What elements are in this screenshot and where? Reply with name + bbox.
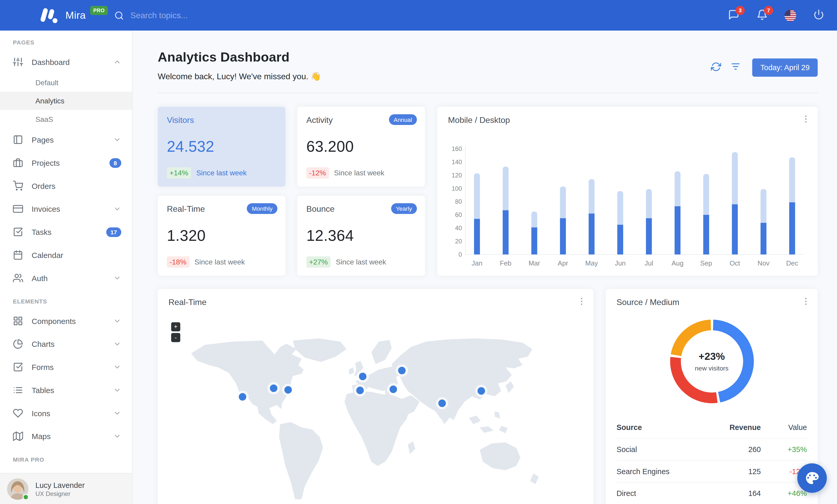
stat-delta-badge: -18% bbox=[167, 257, 189, 267]
map-icon bbox=[13, 431, 23, 442]
filter-button[interactable] bbox=[730, 61, 741, 73]
chevron-down-icon bbox=[113, 205, 121, 213]
source-name: Social bbox=[617, 445, 707, 453]
map-marker[interactable] bbox=[387, 383, 399, 395]
chevron-down-icon bbox=[113, 317, 121, 325]
sidebar-item-maps[interactable]: Maps bbox=[0, 425, 132, 448]
stat-footer: -12% Since last week bbox=[306, 167, 385, 179]
map-menu-button[interactable] bbox=[576, 296, 587, 307]
map-marker[interactable] bbox=[267, 382, 280, 394]
sidebar-item-icons[interactable]: Icons bbox=[0, 402, 132, 425]
svg-text:Feb: Feb bbox=[500, 260, 511, 267]
source-menu-button[interactable] bbox=[801, 296, 811, 307]
source-table-row-direct: Direct 164 +46% bbox=[617, 482, 807, 504]
map-marker[interactable] bbox=[354, 384, 366, 396]
sidebar-item-label: Orders bbox=[32, 182, 121, 190]
map-marker[interactable] bbox=[282, 384, 294, 396]
theme-settings-fab[interactable] bbox=[797, 463, 827, 493]
stat-caption: Since last week bbox=[336, 258, 386, 266]
donut-center-label: +23% new visitors bbox=[668, 318, 755, 405]
chevron-up-icon bbox=[113, 58, 121, 66]
sidebar-item-label: Auth bbox=[32, 274, 113, 282]
stat-caption: Since last week bbox=[194, 258, 245, 266]
stat-card-activity: Activity Annual 63.200 -12% Since last w… bbox=[297, 107, 425, 187]
sidebar-item-projects[interactable]: Projects8 bbox=[0, 151, 132, 174]
sidebar-item-invoices[interactable]: Invoices bbox=[0, 198, 132, 221]
svg-text:Jul: Jul bbox=[645, 260, 653, 267]
sidebar-item-label: Tables bbox=[32, 386, 113, 394]
refresh-button[interactable] bbox=[711, 61, 721, 73]
date-range-button[interactable]: Today: April 29 bbox=[752, 58, 818, 76]
chevron-down-icon bbox=[113, 363, 121, 371]
sidebar-subitem-default[interactable]: Default bbox=[0, 74, 132, 92]
sidebar-section-mira-pro: MIRA PRO bbox=[0, 448, 132, 468]
stats-grid: Visitors 24.532 +14% Since last week Act… bbox=[158, 107, 425, 276]
source-value: +46% bbox=[761, 489, 807, 498]
logout-button[interactable] bbox=[808, 5, 830, 26]
map-marker[interactable] bbox=[475, 385, 487, 397]
svg-text:Sep: Sep bbox=[700, 260, 712, 267]
chevron-down-icon bbox=[113, 274, 121, 282]
users-icon bbox=[13, 273, 23, 283]
top-navbar: Mira PRO 3 7 bbox=[0, 0, 837, 31]
grid-icon bbox=[13, 316, 23, 326]
map-zoom-in-button[interactable]: + bbox=[171, 322, 180, 332]
svg-text:160: 160 bbox=[452, 146, 462, 152]
sidebar-item-charts[interactable]: Charts bbox=[0, 333, 132, 356]
svg-text:120: 120 bbox=[452, 172, 462, 179]
search-input[interactable] bbox=[130, 11, 254, 20]
notifications-button[interactable]: 7 bbox=[751, 5, 773, 26]
source-medium-card: Source / Medium +23% new visitors Source… bbox=[606, 289, 818, 504]
sidebar-item-components[interactable]: Components bbox=[0, 310, 132, 333]
stat-value: 12.364 bbox=[306, 227, 354, 244]
map-marker[interactable] bbox=[436, 397, 448, 409]
navbar-actions: 3 7 bbox=[723, 0, 830, 31]
stat-title: Visitors bbox=[167, 115, 276, 125]
sidebar-item-tasks[interactable]: Tasks17 bbox=[0, 220, 132, 243]
source-table-row-social: Social 260 +35% bbox=[617, 438, 807, 460]
source-card-title: Source / Medium bbox=[617, 298, 807, 307]
stat-caption: Since last week bbox=[334, 169, 385, 177]
sidebar-nav: PAGES Dashboard DefaultAnalyticsSaaS Pag… bbox=[0, 31, 132, 468]
pie-chart-icon bbox=[13, 339, 23, 349]
brand[interactable]: Mira PRO bbox=[35, 0, 108, 31]
sidebar-item-forms[interactable]: Forms bbox=[0, 355, 132, 378]
sidebar-item-pages[interactable]: Pages bbox=[0, 128, 132, 151]
svg-text:40: 40 bbox=[455, 225, 462, 231]
map-card-title: Real-Time bbox=[168, 298, 583, 307]
avatar bbox=[7, 478, 29, 500]
sidebar-item-dashboard[interactable]: Dashboard bbox=[0, 50, 132, 74]
stat-period-badge[interactable]: Yearly bbox=[391, 203, 417, 214]
sidebar-item-tables[interactable]: Tables bbox=[0, 378, 132, 402]
map-continents bbox=[191, 338, 539, 499]
svg-text:80: 80 bbox=[455, 198, 462, 205]
source-name: Search Engines bbox=[617, 467, 707, 476]
map-marker[interactable] bbox=[236, 391, 249, 403]
sidebar-section-elements: ELEMENTS bbox=[0, 290, 132, 310]
map-zoom-out-button[interactable]: - bbox=[171, 333, 180, 342]
chart-menu-button[interactable] bbox=[801, 114, 811, 125]
mobile-desktop-card: Mobile / Desktop 020406080100120140160Ja… bbox=[437, 107, 818, 276]
sidebar-item-label: Forms bbox=[32, 363, 113, 371]
source-name: Direct bbox=[617, 489, 707, 498]
map-marker[interactable] bbox=[357, 370, 369, 382]
map-marker[interactable] bbox=[396, 365, 408, 377]
stat-period-badge[interactable]: Annual bbox=[389, 114, 417, 125]
svg-text:20: 20 bbox=[455, 238, 462, 245]
svg-text:Jun: Jun bbox=[615, 260, 626, 267]
sidebar-item-calendar[interactable]: Calendar bbox=[0, 243, 132, 266]
palette-icon bbox=[805, 471, 819, 485]
stat-period-badge[interactable]: Monthly bbox=[247, 203, 277, 214]
language-selector[interactable] bbox=[780, 5, 801, 26]
messages-button[interactable]: 3 bbox=[723, 5, 744, 26]
sidebar-item-auth[interactable]: Auth bbox=[0, 266, 132, 290]
sidebar-subitem-saas[interactable]: SaaS bbox=[0, 110, 132, 128]
sidebar-item-orders[interactable]: Orders bbox=[0, 174, 132, 198]
user-name: Lucy Lavender bbox=[35, 481, 85, 491]
mira-dashboard-app: Mira PRO 3 7 bbox=[0, 0, 837, 504]
stat-value: 1.320 bbox=[167, 227, 206, 244]
new-visitors-value: +23% bbox=[698, 351, 725, 362]
sidebar-user[interactable]: Lucy Lavender UX Designer bbox=[0, 473, 132, 504]
stat-delta-badge: +14% bbox=[167, 167, 191, 179]
sidebar-subitem-analytics[interactable]: Analytics bbox=[0, 92, 132, 110]
